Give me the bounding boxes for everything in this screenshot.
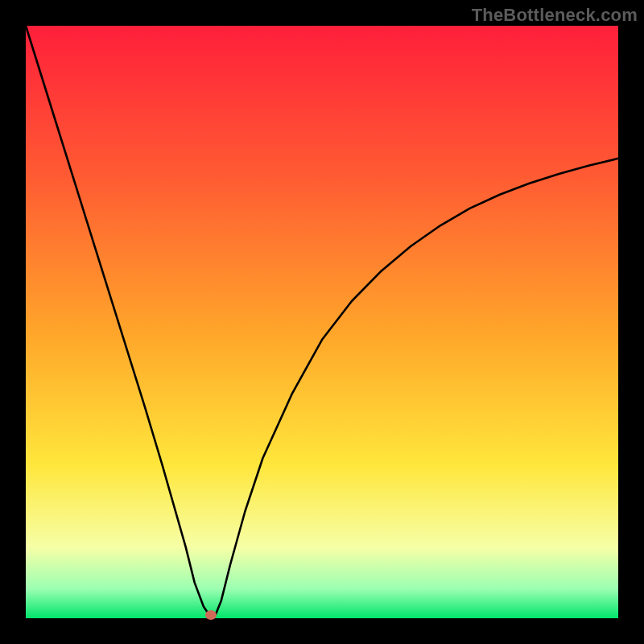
optimum-marker [205, 610, 217, 620]
watermark-text: TheBottleneck.com [472, 5, 638, 26]
bottleneck-curve [26, 26, 618, 618]
plot-area [26, 26, 618, 618]
chart-frame: TheBottleneck.com [0, 0, 644, 644]
